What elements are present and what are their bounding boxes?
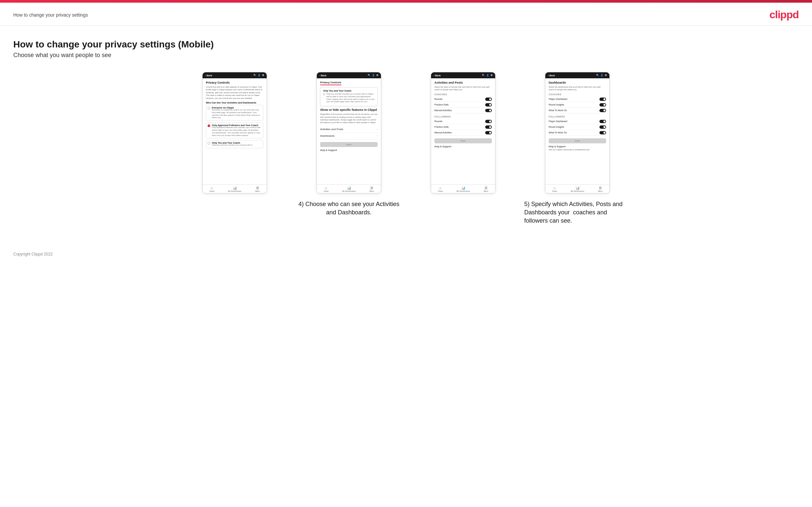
coaches-player-dashboard-label: Player Dashboard <box>549 98 567 100</box>
followers-rounds-toggle[interactable] <box>485 120 492 123</box>
help-support-2: Help & Support <box>320 149 377 151</box>
phone-screen2: ‹ Back 🔍 👤 ⚙ Privacy Controls Only You a… <box>316 72 381 193</box>
coaches-round-insights-toggle[interactable] <box>600 103 606 107</box>
option-approved[interactable]: Only Approved Followers and Your Coach O… <box>206 122 263 138</box>
settings-icon[interactable]: ⚙ <box>262 74 264 77</box>
followers-player-dashboard: Player Dashboard <box>549 119 606 124</box>
followers-player-dashboard-toggle[interactable] <box>600 120 606 123</box>
option-everyone[interactable]: Everyone on Clippd Everyone on Clippd ca… <box>206 105 263 121</box>
nav-performance-1[interactable]: 📊 My Performance <box>228 186 242 192</box>
dashboards-title: Dashboards <box>549 81 606 84</box>
menu-icon-2: ☰ <box>370 186 373 190</box>
profile-icon-2[interactable]: 👤 <box>372 74 375 77</box>
nav-home-2[interactable]: ⌂ Home <box>324 186 329 192</box>
radio-only-you <box>208 142 210 145</box>
followers-player-dashboard-label: Player Dashboard <box>549 120 567 122</box>
save-button-4[interactable]: Save <box>549 138 606 143</box>
phone-nav-4: ‹ Back 🔍 👤 ⚙ <box>545 72 609 78</box>
followers-round-insights-label: Round Insights <box>549 126 564 128</box>
back-btn-1[interactable]: ‹ Back <box>205 74 212 77</box>
show-hide-title: Show or hide specific features in Clippd <box>320 108 377 111</box>
performance-icon-1: 📊 <box>233 186 237 190</box>
coaches-manual-toggle[interactable] <box>485 109 492 112</box>
settings-icon-2[interactable]: ⚙ <box>376 74 378 77</box>
profile-icon-3[interactable]: 👤 <box>486 74 489 77</box>
mockups-row: ‹ Back 🔍 👤 ⚙ Privacy Controls Control ho… <box>13 72 799 225</box>
settings-icon-3[interactable]: ⚙ <box>491 74 493 77</box>
footer: Copyright Clippd 2022 <box>0 245 812 263</box>
save-button-2[interactable]: Save <box>320 142 377 147</box>
copyright: Copyright Clippd 2022 <box>13 252 53 257</box>
coaches-practice: Practice Drills <box>435 102 492 108</box>
header: How to change your privacy settings clip… <box>0 3 812 26</box>
option-everyone-desc: Everyone on Clippd can search for you an… <box>212 109 262 119</box>
logo: clippd <box>769 9 799 21</box>
phone-screen4: ‹ Back 🔍 👤 ⚙ Dashboards Select the dashb… <box>545 72 610 193</box>
option-approved-title: Only Approved Followers and Your Coach <box>212 124 262 126</box>
nav-menu-3[interactable]: ☰ Menu <box>484 186 489 192</box>
back-btn-2[interactable]: ‹ Back <box>319 74 326 77</box>
nav-menu-label-3: Menu <box>484 190 489 192</box>
nav-performance-label-3: My Performance <box>457 190 470 192</box>
nav-home-label-3: Home <box>438 190 443 192</box>
option-approved-content: Only Approved Followers and Your Coach O… <box>212 124 262 137</box>
nav-menu-2[interactable]: ☰ Menu <box>370 186 374 192</box>
nav-home-4[interactable]: ⌂ Home <box>552 186 557 192</box>
option-approved-desc: Only approved followers and coaches you … <box>212 126 262 137</box>
back-btn-4[interactable]: ‹ Back <box>548 74 555 77</box>
menu-activities-posts[interactable]: Activities and Posts › <box>320 126 377 133</box>
nav-icons-4: 🔍 👤 ⚙ <box>596 74 607 77</box>
nav-home-3[interactable]: ⌂ Home <box>438 186 443 192</box>
help-support-3: Help & Support <box>435 145 492 148</box>
nav-home-label-2: Home <box>324 190 329 192</box>
phone-bottom-nav-2: ⌂ Home 📊 My Performance ☰ Menu <box>317 184 381 193</box>
search-icon-4[interactable]: 🔍 <box>596 74 599 77</box>
menu-dashboards[interactable]: Dashboards › <box>320 133 377 139</box>
nav-performance-3[interactable]: 📊 My Performance <box>457 186 470 192</box>
followers-round-insights-toggle[interactable] <box>600 125 606 129</box>
save-button-3[interactable]: Save <box>435 138 492 143</box>
help-support-desc-4: Visit our Clippd community to troublesho… <box>549 148 606 151</box>
followers-divider-4: FOLLOWERS <box>549 115 606 118</box>
performance-icon-4: 📊 <box>575 186 579 190</box>
option-only-you[interactable]: Only You and Your Coach Only you and the… <box>206 140 263 148</box>
followers-manual-label: Manual Activities <box>435 131 452 134</box>
coaches-practice-toggle[interactable] <box>485 103 492 107</box>
followers-practice: Practice Drills <box>435 124 492 130</box>
nav-performance-4[interactable]: 📊 My Performance <box>571 186 584 192</box>
coaches-rounds-toggle[interactable] <box>485 98 492 101</box>
menu-icon-4: ☰ <box>599 186 602 190</box>
who-can-see-label: Who Can See Your Activities and Dashboar… <box>206 102 263 104</box>
dashboards-label: Dashboards <box>320 134 335 137</box>
nav-home-1[interactable]: ⌂ Home <box>210 186 214 192</box>
popup-radio-circle <box>323 93 325 95</box>
back-btn-3[interactable]: ‹ Back <box>434 74 441 77</box>
followers-practice-toggle[interactable] <box>485 125 492 129</box>
followers-round-insights: Round Insights <box>549 124 606 130</box>
followers-manual-toggle[interactable] <box>485 131 492 134</box>
followers-manual: Manual Activities <box>435 130 492 136</box>
chevron-dashboards: › <box>376 134 377 137</box>
nav-performance-2[interactable]: 📊 My Performance <box>342 186 356 192</box>
search-icon-3[interactable]: 🔍 <box>482 74 485 77</box>
performance-icon-2: 📊 <box>347 186 351 190</box>
coaches-player-dashboard-toggle[interactable] <box>600 98 606 101</box>
profile-icon[interactable]: 👤 <box>258 74 261 77</box>
settings-icon-4[interactable]: ⚙ <box>605 74 607 77</box>
activities-posts-label: Activities and Posts <box>320 128 343 131</box>
nav-menu-1[interactable]: ☰ Menu <box>255 186 260 192</box>
search-icon-2[interactable]: 🔍 <box>368 74 371 77</box>
search-icon[interactable]: 🔍 <box>253 74 256 77</box>
coaches-manual: Manual Activities <box>435 108 492 113</box>
coaches-what-to-work-on-toggle[interactable] <box>600 109 606 112</box>
coaches-round-insights-label: Round Insights <box>549 104 564 106</box>
followers-what-to-work-on-toggle[interactable] <box>600 131 606 134</box>
section-screen4: ‹ Back 🔍 👤 ⚙ Dashboards Select the dashb… <box>524 72 631 225</box>
coaches-player-dashboard: Player Dashboard <box>549 97 606 102</box>
coaches-what-to-work-on-label: What To Work On <box>549 109 567 111</box>
nav-menu-4[interactable]: ☰ Menu <box>598 186 603 192</box>
privacy-controls-title: Privacy Controls <box>206 81 263 84</box>
nav-performance-label-4: My Performance <box>571 190 584 192</box>
nav-icons-3: 🔍 👤 ⚙ <box>482 74 493 77</box>
profile-icon-4[interactable]: 👤 <box>601 74 603 77</box>
